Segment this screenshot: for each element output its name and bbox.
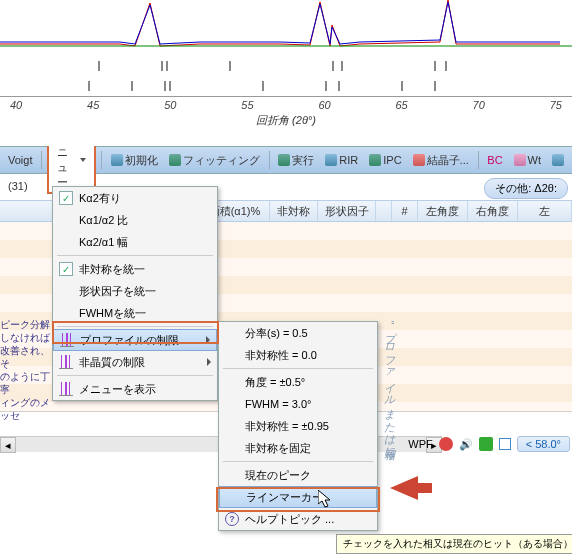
peaks-icon [60, 333, 74, 347]
angle-readout: < 58.0° [517, 436, 570, 452]
submenu-item-line-marker[interactable]: ラインマーカー [219, 486, 377, 508]
menu-item-unify-asym[interactable]: ✓非対称を統一 [53, 258, 217, 280]
run-icon [278, 154, 290, 166]
crystallite-button[interactable]: 結晶子... [409, 151, 473, 170]
submenu-item-fix-asym[interactable]: 非対称を固定 [219, 437, 377, 459]
fitting-icon [169, 154, 181, 166]
other-delta2theta-label: その他: Δ2θ: [484, 178, 568, 199]
toolbar: Voigt メニュー 初期化 フィッティング 実行 RIR IPC 結晶子...… [0, 146, 572, 174]
annotation-arrow-icon [390, 476, 418, 500]
wt-button[interactable]: Wt [510, 152, 545, 168]
menu-item-ka21width[interactable]: Kα2/α1 幅 [53, 231, 217, 253]
submenu-item-help[interactable]: ?ヘルプトピック ... [219, 508, 377, 530]
help-icon: ? [225, 512, 239, 526]
ipc-button[interactable]: IPC [365, 152, 405, 168]
submenu-item-current-peak[interactable]: 現在のピーク [219, 464, 377, 486]
rir-icon [325, 154, 337, 166]
caret-down-icon [80, 158, 86, 162]
menu-item-profile-limits[interactable]: プロファイルの制限 [53, 329, 217, 351]
status-dot-red-icon[interactable] [439, 437, 453, 451]
extra-icon-button[interactable] [548, 152, 568, 168]
ipc-icon [369, 154, 381, 166]
checkbox-icon: ✓ [59, 262, 73, 276]
menu-item-ka2[interactable]: ✓Kα2有り [53, 187, 217, 209]
vertical-hint-text: "プロファイルまたは相毎に" [382, 320, 397, 460]
run-button[interactable]: 実行 [274, 151, 318, 170]
submenu-item-angle[interactable]: 角度 = ±0.5° [219, 371, 377, 393]
menu-item-amorphous-limits[interactable]: 非晶質の制限 [53, 351, 217, 373]
wt-icon [514, 154, 526, 166]
peaks-icon [59, 382, 73, 396]
submenu-arrow-icon [207, 358, 211, 366]
speaker-icon[interactable]: 🔊 [459, 438, 473, 451]
crystallite-icon [413, 154, 425, 166]
row-count: (31) [0, 174, 36, 198]
svg-marker-1 [318, 490, 330, 507]
peaks-icon [59, 355, 73, 369]
submenu-item-asym095[interactable]: 非対称性 = ±0.95 [219, 415, 377, 437]
status-dot-green-icon[interactable] [479, 437, 493, 451]
menu-item-ka12ratio[interactable]: Kα1/α2 比 [53, 209, 217, 231]
init-button[interactable]: 初期化 [107, 151, 162, 170]
chart-icon [552, 154, 564, 166]
submenu-item-asym0[interactable]: 非対称性 = 0.0 [219, 344, 377, 366]
bc-button[interactable]: BC [483, 152, 506, 168]
tooltip: チェックを入れた相又は現在のヒット（ある場合）の [336, 534, 572, 554]
submenu-profile-limits[interactable]: 分率(s) = 0.5 非対称性 = 0.0 角度 = ±0.5° FWHM =… [218, 321, 378, 531]
submenu-item-fraction[interactable]: 分率(s) = 0.5 [219, 322, 377, 344]
status-bar: WPF 🔊 < 58.0° [408, 434, 570, 454]
x-axis-title: 回折角 (2θ°) [0, 111, 572, 128]
menu-item-unify-shape[interactable]: 形状因子を統一 [53, 280, 217, 302]
checkbox-icon: ✓ [59, 191, 73, 205]
x-axis-ticks: 40 45 50 55 60 65 70 75 [0, 97, 572, 111]
voigt-label: Voigt [4, 152, 36, 168]
status-box-icon[interactable] [499, 438, 511, 450]
menu-item-unify-fwhm[interactable]: FWHMを統一 [53, 302, 217, 324]
fitting-button[interactable]: フィッティング [165, 151, 264, 170]
init-icon [111, 154, 123, 166]
submenu-item-fwhm[interactable]: FWHM = 3.0° [219, 393, 377, 415]
menu-dropdown[interactable]: ✓Kα2有り Kα1/α2 比 Kα2/α1 幅 ✓非対称を統一 形状因子を統一… [52, 186, 218, 401]
submenu-arrow-icon [206, 336, 210, 344]
rir-button[interactable]: RIR [321, 152, 362, 168]
wpf-label: WPF [408, 438, 432, 450]
xrd-chart [0, 0, 572, 50]
left-hint-text: ピーク分解 しなければ 改善され、そ のように丁寧 ィングのメッセ [0, 318, 52, 422]
cursor-icon [318, 490, 334, 513]
menu-item-show-menu[interactable]: メニューを表示 [53, 378, 217, 400]
tick-marks-area: 40 45 50 55 60 65 70 75 回折角 (2θ°) [0, 56, 572, 146]
scroll-left-button[interactable]: ◂ [0, 437, 16, 453]
